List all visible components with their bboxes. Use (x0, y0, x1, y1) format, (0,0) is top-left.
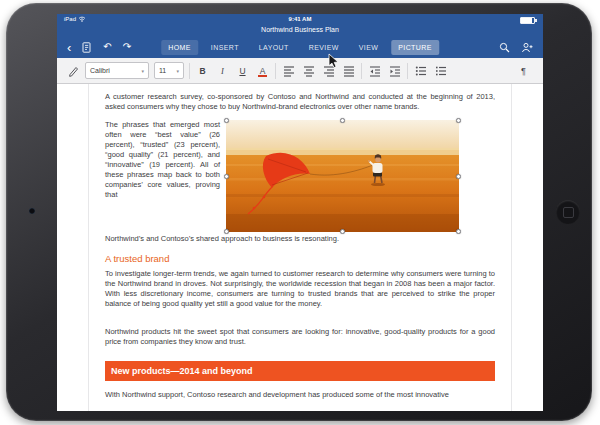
banner-heading[interactable]: New products—2014 and beyond (105, 361, 495, 381)
font-size-select[interactable]: 11 ▾ (154, 62, 184, 79)
separator (407, 63, 408, 79)
tab-bar: ‹ ↶ ↷ HOME INSERT LAYOUT REVIEW V (57, 36, 543, 58)
home-button-square-icon (563, 207, 574, 218)
ribbon-toolbar: Calibri ▾ 11 ▾ B I U A (57, 58, 543, 84)
screen: iPad 9:41 AM Northwind Business Plan ‹ (57, 14, 543, 411)
bullet-list-icon (415, 65, 427, 77)
chevron-down-icon: ▾ (176, 68, 179, 74)
redo-icon: ↷ (123, 42, 131, 52)
file-button[interactable] (82, 42, 92, 53)
chevron-down-icon: ▾ (141, 68, 144, 74)
resize-handle-top-middle[interactable] (340, 118, 345, 123)
separator (275, 63, 276, 79)
separator (189, 63, 190, 79)
document-content: A customer research survey, co-sponsored… (89, 84, 511, 400)
bullet-list-button[interactable] (413, 62, 428, 79)
font-color-swatch (258, 75, 267, 77)
paragraph[interactable]: To investigate longer-term trends, we ag… (105, 269, 495, 309)
indent-icon (389, 65, 401, 77)
font-color-button[interactable]: A (255, 62, 270, 79)
indent-button[interactable] (387, 62, 402, 79)
tab-layout[interactable]: LAYOUT (252, 40, 296, 55)
align-right-button[interactable] (321, 62, 336, 79)
selected-image[interactable] (226, 120, 459, 232)
resize-handle-bottom-right[interactable] (456, 229, 461, 234)
outdent-button[interactable] (367, 62, 382, 79)
font-color-letter: A (260, 66, 266, 76)
italic-button[interactable]: I (215, 62, 230, 79)
back-button[interactable]: ‹ (67, 42, 71, 53)
justify-button[interactable] (341, 62, 356, 79)
add-person-icon (521, 42, 533, 53)
resize-handle-bottom-middle[interactable] (340, 229, 345, 234)
format-pen-icon (67, 65, 79, 77)
text-image-row: The phrases that emerged most often were… (105, 120, 495, 232)
tab-picture[interactable]: PICTURE (391, 40, 439, 55)
header-left-icons: ‹ ↶ ↷ (67, 36, 131, 58)
tab-review[interactable]: REVIEW (302, 40, 346, 55)
front-camera (29, 208, 35, 214)
file-icon (82, 42, 92, 53)
paragraph[interactable]: The phrases that emerged most often were… (105, 120, 220, 200)
tab-view[interactable]: VIEW (352, 40, 386, 55)
bold-button[interactable]: B (195, 62, 210, 79)
back-icon: ‹ (67, 42, 71, 53)
redo-button[interactable]: ↷ (123, 42, 131, 52)
tab-insert[interactable]: INSERT (204, 40, 246, 55)
pilcrow-button[interactable]: ¶ (516, 62, 531, 79)
battery-icon (520, 17, 535, 24)
outdent-icon (369, 65, 381, 77)
resize-handle-top-right[interactable] (456, 118, 461, 123)
font-size-value: 11 (159, 67, 166, 74)
share-button[interactable] (521, 42, 533, 53)
kite-field-photo (226, 120, 459, 232)
paragraph[interactable]: With Northwind support, Contoso research… (105, 390, 495, 400)
resize-handle-middle-right[interactable] (456, 174, 461, 179)
search-button[interactable] (499, 42, 510, 53)
ipad-device: iPad 9:41 AM Northwind Business Plan ‹ (0, 0, 600, 425)
tab-home[interactable]: HOME (161, 40, 198, 55)
paragraph[interactable]: Northwind’s and Contoso’s shared approac… (105, 234, 495, 244)
align-center-icon (303, 65, 315, 77)
search-icon (499, 42, 510, 53)
justify-icon (343, 65, 355, 77)
numbered-list-icon (435, 65, 447, 77)
align-left-button[interactable] (281, 62, 296, 79)
paragraph[interactable]: Northwind products hit the sweet spot th… (105, 327, 495, 347)
resize-handle-bottom-left[interactable] (224, 229, 229, 234)
document-title: Northwind Business Plan (57, 26, 543, 33)
resize-handle-middle-left[interactable] (224, 174, 229, 179)
app-header: iPad 9:41 AM Northwind Business Plan ‹ (57, 14, 543, 58)
home-button[interactable] (556, 200, 580, 224)
document-canvas[interactable]: A customer research survey, co-sponsored… (57, 84, 543, 411)
align-center-button[interactable] (301, 62, 316, 79)
align-left-icon (283, 65, 295, 77)
clock: 9:41 AM (57, 16, 543, 22)
resize-handle-top-left[interactable] (224, 118, 229, 123)
align-right-icon (323, 65, 335, 77)
section-heading[interactable]: A trusted brand (105, 254, 495, 264)
status-bar: iPad 9:41 AM (57, 14, 543, 25)
header-right-icons (499, 36, 533, 58)
document-page[interactable]: A customer research survey, co-sponsored… (88, 84, 512, 411)
font-name-value: Calibri (90, 67, 110, 74)
undo-icon: ↶ (103, 42, 111, 52)
undo-button[interactable]: ↶ (103, 42, 111, 52)
underline-button[interactable]: U (235, 62, 250, 79)
empty-paragraph[interactable] (105, 317, 495, 327)
format-pen-button[interactable] (65, 62, 80, 79)
separator (361, 63, 362, 79)
ribbon-tabs: HOME INSERT LAYOUT REVIEW VIEW PICTURE (161, 36, 439, 58)
paragraph[interactable]: A customer research survey, co-sponsored… (105, 92, 495, 112)
numbered-list-button[interactable] (433, 62, 448, 79)
font-name-select[interactable]: Calibri ▾ (85, 62, 149, 79)
